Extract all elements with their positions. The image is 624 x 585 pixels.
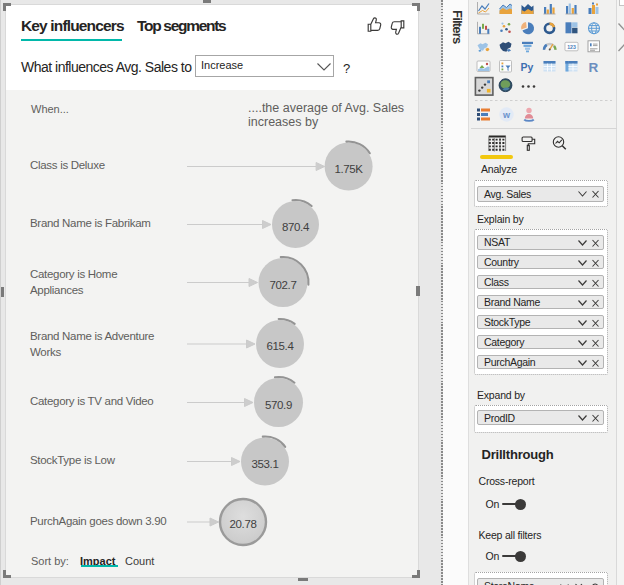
svg-text:615.4: 615.4 bbox=[267, 340, 295, 352]
svg-text:702.7: 702.7 bbox=[270, 279, 297, 291]
svg-text:20.78: 20.78 bbox=[230, 518, 257, 530]
svg-text:Py: Py bbox=[521, 61, 534, 73]
svg-text:570.9: 570.9 bbox=[265, 399, 292, 411]
svg-text:123: 123 bbox=[567, 44, 576, 50]
svg-text:w: w bbox=[502, 110, 511, 120]
svg-text:R: R bbox=[589, 60, 599, 75]
svg-text:1.75K: 1.75K bbox=[335, 163, 364, 175]
svg-text:870.4: 870.4 bbox=[282, 221, 310, 233]
svg-text:353.1: 353.1 bbox=[252, 458, 279, 470]
